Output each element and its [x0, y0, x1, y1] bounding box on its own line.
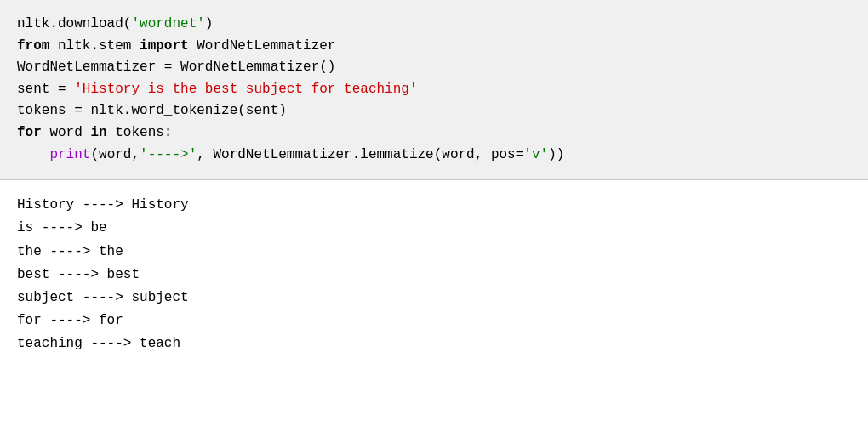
code-text: nltk.download( — [17, 16, 131, 31]
code-string-v: 'v' — [523, 147, 548, 162]
output-line-6: for ----> for — [17, 310, 851, 332]
code-line-6: for word in tokens: — [17, 122, 851, 145]
code-text: tokens = nltk.word_tokenize(sent) — [17, 103, 287, 118]
code-line-7: print(word,'---->', WordNetLemmatizer.le… — [17, 145, 851, 167]
code-text: (word, — [90, 147, 140, 162]
code-keyword: from — [17, 38, 49, 54]
output-line-3: the ----> the — [17, 241, 851, 264]
output-line-5: subject ----> subject — [17, 287, 851, 310]
code-text: ) — [205, 16, 214, 31]
code-line-2: from nltk.stem import WordNetLemmatizer — [17, 36, 851, 58]
code-keyword: import — [140, 38, 189, 54]
code-text: word — [42, 125, 91, 140]
code-text: WordNetLemmatizer — [189, 38, 336, 54]
code-string: 'History is the best subject for teachin… — [74, 82, 417, 97]
code-line-5: tokens = nltk.word_tokenize(sent) — [17, 100, 851, 122]
code-keyword: in — [90, 125, 106, 140]
output-block: History ----> History is ----> be the --… — [0, 180, 868, 369]
code-string: 'wordnet' — [131, 16, 204, 31]
code-block: nltk.download('wordnet') from nltk.stem … — [0, 0, 868, 180]
code-text: )) — [548, 147, 564, 162]
code-text — [17, 147, 49, 162]
output-line-1: History ----> History — [17, 194, 851, 217]
code-line-1: nltk.download('wordnet') — [17, 14, 851, 36]
code-line-4: sent = 'History is the best subject for … — [17, 79, 851, 101]
output-line-7: teaching ----> teach — [17, 332, 851, 355]
code-line-3: WordNetLemmatizer = WordNetLemmatizer() — [17, 57, 851, 79]
code-keyword: for — [17, 125, 42, 140]
code-text: WordNetLemmatizer = WordNetLemmatizer() — [17, 60, 335, 75]
output-line-4: best ----> best — [17, 264, 851, 287]
code-function: print — [49, 147, 90, 162]
code-text: sent = — [17, 82, 74, 97]
code-string: '---->' — [140, 147, 197, 162]
output-line-2: is ----> be — [17, 217, 851, 240]
code-text: tokens: — [107, 125, 173, 140]
code-text: nltk.stem — [49, 38, 140, 54]
code-text: , WordNetLemmatizer.lemmatize(word, pos= — [197, 147, 523, 162]
